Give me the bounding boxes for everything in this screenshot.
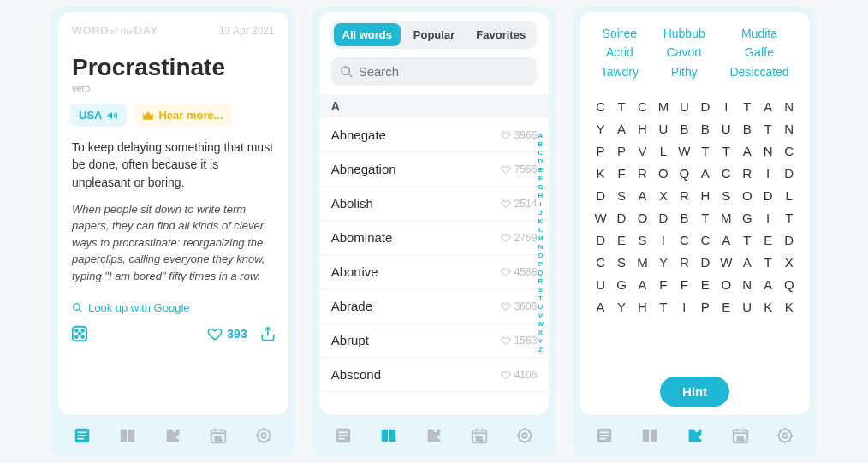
grid-cell[interactable]: M bbox=[716, 206, 736, 229]
hear-more-button[interactable]: Hear more... bbox=[134, 104, 231, 127]
grid-cell[interactable]: E bbox=[695, 273, 716, 295]
grid-cell[interactable]: K bbox=[590, 162, 610, 184]
grid-cell[interactable]: B bbox=[737, 117, 758, 139]
word-like[interactable]: 4106 bbox=[501, 369, 538, 381]
grid-cell[interactable]: Q bbox=[778, 273, 800, 295]
grid-cell[interactable]: M bbox=[653, 95, 674, 117]
grid-cell[interactable]: H bbox=[632, 117, 652, 139]
grid-cell[interactable]: S bbox=[716, 184, 736, 206]
grid-cell[interactable]: D bbox=[590, 184, 610, 206]
alpha-B[interactable]: B bbox=[535, 140, 545, 149]
hint-button[interactable]: Hint bbox=[660, 377, 729, 407]
alpha-L[interactable]: L bbox=[535, 226, 545, 234]
tab-puzzle[interactable] bbox=[163, 426, 182, 445]
grid-cell[interactable]: R bbox=[632, 162, 652, 184]
alpha-index-rail[interactable]: ABCDEFGHIJKLMNOPQRSTUVWXYZ bbox=[535, 132, 545, 398]
grid-cell[interactable]: A bbox=[758, 95, 778, 117]
alpha-E[interactable]: E bbox=[535, 166, 545, 175]
grid-cell[interactable]: T bbox=[716, 139, 736, 162]
alpha-G[interactable]: G bbox=[535, 183, 545, 192]
grid-cell[interactable]: I bbox=[653, 229, 674, 251]
grid-cell[interactable]: D bbox=[653, 206, 674, 229]
alpha-O[interactable]: O bbox=[535, 252, 545, 260]
word-row[interactable]: Abrade3606 bbox=[319, 289, 550, 324]
pronounce-usa-button[interactable]: USA bbox=[70, 104, 127, 127]
grid-cell[interactable]: B bbox=[674, 206, 694, 229]
grid-cell[interactable]: E bbox=[611, 229, 632, 251]
grid-cell[interactable]: T bbox=[737, 229, 758, 251]
tab-settings[interactable] bbox=[254, 426, 273, 445]
tab-calendar[interactable]: 31 bbox=[209, 426, 228, 445]
tab-wod[interactable] bbox=[334, 426, 353, 445]
grid-cell[interactable]: S bbox=[632, 229, 652, 251]
tab-puzzle[interactable] bbox=[425, 426, 443, 445]
grid-cell[interactable]: M bbox=[632, 251, 652, 273]
grid-cell[interactable]: P bbox=[590, 139, 610, 162]
alpha-N[interactable]: N bbox=[535, 243, 545, 252]
word-like[interactable]: 2514 bbox=[501, 198, 538, 210]
grid-cell[interactable]: D bbox=[758, 184, 778, 206]
dice-button[interactable] bbox=[70, 324, 89, 343]
segment-favorites[interactable]: Favorites bbox=[467, 23, 534, 46]
grid-cell[interactable]: O bbox=[632, 206, 652, 229]
grid-cell[interactable]: H bbox=[695, 184, 716, 206]
alpha-J[interactable]: J bbox=[535, 209, 545, 217]
word-row[interactable]: Abscond4106 bbox=[319, 358, 550, 392]
grid-cell[interactable]: A bbox=[632, 184, 652, 206]
word-row[interactable]: Abrupt1563 bbox=[319, 324, 550, 358]
grid-cell[interactable]: O bbox=[716, 273, 736, 295]
tab-dictionary[interactable] bbox=[640, 426, 659, 445]
grid-cell[interactable]: L bbox=[653, 139, 674, 162]
alpha-Y[interactable]: Y bbox=[535, 337, 545, 346]
grid-cell[interactable]: U bbox=[590, 273, 610, 295]
grid-cell[interactable]: Q bbox=[674, 162, 694, 184]
grid-cell[interactable]: X bbox=[778, 251, 800, 273]
grid-cell[interactable]: A bbox=[716, 229, 736, 251]
grid-cell[interactable]: X bbox=[653, 184, 674, 206]
grid-cell[interactable]: L bbox=[778, 184, 800, 206]
grid-cell[interactable]: I bbox=[674, 295, 694, 318]
grid-cell[interactable]: D bbox=[611, 206, 632, 229]
grid-cell[interactable]: T bbox=[778, 206, 800, 229]
word-like[interactable]: 1563 bbox=[501, 335, 538, 347]
grid-cell[interactable]: G bbox=[737, 206, 758, 229]
grid-cell[interactable]: U bbox=[653, 117, 674, 139]
alpha-I[interactable]: I bbox=[535, 200, 545, 209]
segment-all-words[interactable]: All words bbox=[334, 23, 401, 46]
grid-cell[interactable]: S bbox=[611, 184, 632, 206]
grid-cell[interactable]: N bbox=[778, 117, 800, 139]
tab-calendar[interactable]: 31 bbox=[731, 426, 750, 445]
tab-settings[interactable] bbox=[515, 426, 534, 445]
grid-cell[interactable]: A bbox=[590, 295, 610, 318]
tab-calendar[interactable]: 31 bbox=[470, 426, 489, 445]
alpha-W[interactable]: W bbox=[535, 320, 545, 329]
grid-cell[interactable]: E bbox=[758, 229, 778, 251]
grid-cell[interactable]: Y bbox=[611, 295, 632, 318]
alpha-T[interactable]: T bbox=[535, 294, 545, 303]
grid-cell[interactable]: C bbox=[590, 95, 610, 117]
grid-cell[interactable]: O bbox=[653, 162, 674, 184]
grid-cell[interactable]: K bbox=[778, 295, 800, 318]
grid-cell[interactable]: P bbox=[695, 295, 716, 318]
grid-cell[interactable]: C bbox=[716, 162, 736, 184]
tab-wod[interactable] bbox=[595, 426, 614, 445]
grid-cell[interactable]: U bbox=[674, 95, 694, 117]
search-input[interactable] bbox=[359, 64, 529, 79]
grid-cell[interactable]: T bbox=[695, 206, 716, 229]
grid-cell[interactable]: C bbox=[632, 95, 652, 117]
grid-cell[interactable]: V bbox=[632, 139, 652, 162]
search-field[interactable] bbox=[331, 57, 538, 86]
grid-cell[interactable]: D bbox=[590, 229, 610, 251]
alpha-M[interactable]: M bbox=[535, 234, 545, 243]
grid-cell[interactable]: C bbox=[778, 139, 800, 162]
grid-cell[interactable]: U bbox=[716, 117, 736, 139]
grid-cell[interactable]: N bbox=[778, 95, 800, 117]
lookup-google-link[interactable]: Look up with Google bbox=[58, 296, 288, 321]
grid-cell[interactable]: G bbox=[611, 273, 632, 295]
grid-cell[interactable]: R bbox=[737, 162, 758, 184]
alpha-H[interactable]: H bbox=[535, 192, 545, 200]
grid-cell[interactable]: P bbox=[611, 139, 632, 162]
grid-cell[interactable]: T bbox=[653, 295, 674, 318]
grid-cell[interactable]: K bbox=[758, 295, 778, 318]
alpha-C[interactable]: C bbox=[535, 149, 545, 157]
